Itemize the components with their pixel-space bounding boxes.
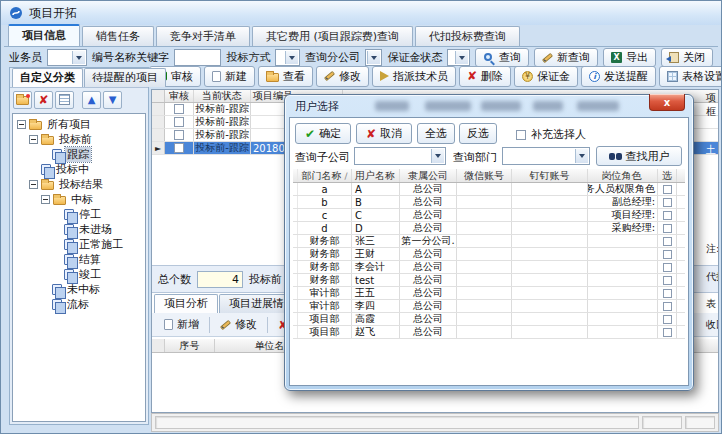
chevron-down-icon[interactable]	[367, 51, 380, 64]
user-row[interactable]: 项目部 高霞 总公司	[293, 313, 685, 326]
user-row[interactable]: a A 总公司 财务人员权限角色	[293, 183, 685, 196]
column-header-dept[interactable]: 部门名称∕	[298, 169, 352, 182]
audit-checkbox[interactable]	[174, 143, 184, 153]
tab-project-analysis[interactable]: 项目分析	[154, 294, 218, 313]
tree-node-not-entered[interactable]: 未进场	[13, 222, 145, 237]
tree-node-stopped[interactable]: 停工	[13, 207, 145, 222]
tree-node-normal-construction[interactable]: 正常施工	[13, 237, 145, 252]
collapse-icon[interactable]	[29, 180, 38, 189]
chevron-down-icon[interactable]	[72, 51, 85, 64]
modify-button[interactable]: 修改	[316, 66, 369, 87]
user-row[interactable]: d D 总公司 采购经理:	[293, 222, 685, 235]
row-select-checkbox[interactable]	[663, 328, 672, 337]
audit-checkbox[interactable]	[174, 117, 184, 127]
tree-node-completed[interactable]: 竣工	[13, 267, 145, 282]
row-select-checkbox[interactable]	[663, 315, 672, 324]
select-cell[interactable]	[658, 313, 677, 325]
row-select-checkbox[interactable]	[663, 276, 672, 285]
audit-cell[interactable]	[165, 116, 194, 128]
chevron-down-icon[interactable]	[431, 149, 444, 163]
cancel-button[interactable]: ✘ 取消	[356, 123, 412, 144]
column-header-audit[interactable]: 审核	[165, 90, 194, 102]
invert-selection-button[interactable]: 反选	[459, 123, 497, 144]
audit-cell[interactable]	[165, 142, 194, 154]
select-cell[interactable]	[658, 209, 677, 221]
column-header-dingtalk[interactable]: 钉钉账号	[512, 169, 588, 182]
chevron-down-icon[interactable]	[575, 149, 588, 163]
edit-category-button[interactable]	[55, 91, 74, 109]
tree-node-failed-bid[interactable]: 流标	[13, 297, 145, 312]
row-select-checkbox[interactable]	[663, 224, 672, 233]
add-button[interactable]: 新增	[156, 315, 207, 335]
new-button[interactable]: 新建	[204, 66, 255, 87]
row-select-checkbox[interactable]	[663, 302, 672, 311]
row-select-checkbox[interactable]	[663, 198, 672, 207]
column-header-status[interactable]: 当前状态	[194, 90, 251, 102]
user-row[interactable]: 项目部 赵飞 总公司	[293, 326, 685, 339]
select-cell[interactable]	[658, 261, 677, 273]
tab-other-fees[interactable]: 其它费用 (项目跟踪费)查询	[252, 26, 413, 46]
send-reminder-button[interactable]: i 发送提醒	[581, 66, 656, 87]
supplement-checkbox[interactable]	[516, 130, 526, 140]
select-cell[interactable]	[658, 222, 677, 234]
select-cell[interactable]	[658, 300, 677, 312]
row-select-checkbox[interactable]	[663, 185, 672, 194]
tab-withheld-bid-fee[interactable]: 代扣投标费查询	[415, 26, 520, 46]
user-row[interactable]: 财务部 王财 总公司	[293, 248, 685, 261]
audit-cell[interactable]	[165, 129, 194, 141]
view-button[interactable]: 查看	[258, 66, 313, 87]
tree-node-won[interactable]: 中标	[13, 192, 145, 207]
user-row[interactable]: 财务部 张三 第一分公司.	[293, 235, 685, 248]
audit-checkbox[interactable]	[174, 130, 184, 140]
column-header-role[interactable]: 岗位角色	[588, 169, 658, 182]
column-header-wechat[interactable]: 微信账号	[457, 169, 512, 182]
tree-node-all-projects[interactable]: 所有项目	[13, 117, 145, 132]
dialog-title-bar[interactable]: 用户选择	[285, 95, 693, 117]
select-all-button[interactable]: 全选	[417, 123, 455, 144]
user-row[interactable]: c C 总公司 项目经理:	[293, 209, 685, 222]
audit-checkbox[interactable]	[174, 104, 184, 114]
tree-node-not-won[interactable]: 未中标	[13, 282, 145, 297]
chevron-down-icon[interactable]	[455, 51, 468, 64]
dept-select[interactable]	[502, 147, 590, 165]
user-row[interactable]: 审计部 王五 总公司	[293, 287, 685, 300]
user-row[interactable]: 审计部 李四 总公司	[293, 300, 685, 313]
column-header-company[interactable]: 隶属公司	[400, 169, 457, 182]
select-cell[interactable]	[658, 274, 677, 286]
tree-node-settlement[interactable]: 结算	[13, 252, 145, 267]
select-cell[interactable]	[658, 326, 677, 338]
ok-button[interactable]: ✔ 确定	[295, 123, 351, 144]
sub-company-select[interactable]	[354, 147, 446, 165]
row-select-checkbox[interactable]	[663, 263, 672, 272]
audit-cell[interactable]	[165, 103, 194, 115]
chevron-down-icon[interactable]	[285, 51, 298, 64]
assign-technician-button[interactable]: 指派技术员	[372, 66, 456, 87]
user-row[interactable]: 财务部 李会计 总公司	[293, 261, 685, 274]
tab-sales-tasks[interactable]: 销售任务	[82, 26, 154, 46]
sidebar-tab-reminder-projects[interactable]: 待提醒的项目	[84, 68, 166, 87]
select-cell[interactable]	[658, 287, 677, 299]
tree-node-bid-results[interactable]: 投标结果	[13, 177, 145, 192]
select-cell[interactable]	[658, 196, 677, 208]
row-select-checkbox[interactable]	[663, 289, 672, 298]
tree-node-prebid[interactable]: 投标前	[13, 132, 145, 147]
column-header-select[interactable]: 选	[658, 169, 677, 182]
select-cell[interactable]	[658, 235, 677, 247]
column-header-no[interactable]: 序号	[165, 339, 215, 352]
sidebar-tab-custom-category[interactable]: 自定义分类	[12, 68, 83, 87]
new-category-button[interactable]	[13, 91, 32, 109]
modify-sub-button[interactable]: 修改	[212, 315, 265, 335]
row-select-checkbox[interactable]	[663, 237, 672, 246]
supplement-checkbox-row[interactable]: 补充选择人	[516, 127, 586, 142]
collapse-icon[interactable]	[17, 120, 26, 129]
deposit-button[interactable]: ¥ 保证金	[514, 66, 578, 87]
tree-node-bidding[interactable]: 投标中	[13, 162, 145, 177]
user-row[interactable]: b B 总公司 副总经理:	[293, 196, 685, 209]
delete-button[interactable]: ✘ 删除	[459, 66, 511, 87]
user-row[interactable]: 财务部 test 总公司	[293, 274, 685, 287]
find-user-button[interactable]: 查找用户	[596, 146, 682, 166]
row-select-checkbox[interactable]	[663, 211, 672, 220]
column-header-user[interactable]: 用户名称	[352, 169, 400, 182]
row-select-checkbox[interactable]	[663, 250, 672, 259]
collapse-icon[interactable]	[29, 135, 38, 144]
